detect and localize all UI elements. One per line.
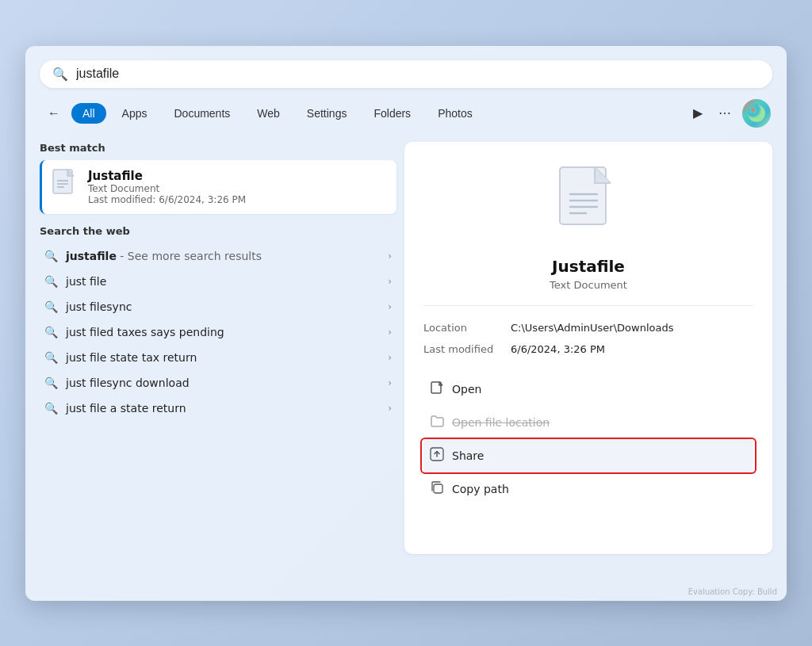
web-item-text-1: just file [66,275,388,288]
web-search-item-4[interactable]: 🔍 just file state tax return › [40,345,396,370]
filter-apps[interactable]: Apps [111,103,159,124]
web-search-item-0[interactable]: 🔍 justafile - See more search results › [40,243,396,269]
filter-settings[interactable]: Settings [296,103,358,124]
search-icon-sm-5: 🔍 [44,377,58,389]
filter-bar: ← All Apps Documents Web Settings Folder… [40,99,772,128]
more-options-button[interactable]: ⋯ [714,102,736,124]
search-icon-sm-1: 🔍 [44,275,58,288]
search-icon-sm-4: 🔍 [44,351,58,364]
web-search-item-3[interactable]: 🔍 just filed taxes says pending › [40,319,396,345]
play-button[interactable]: ▶ [688,102,707,124]
detail-filename: Justafile [552,257,625,276]
web-item-text-2: just filesync [66,300,388,313]
location-label: Location [423,322,511,334]
web-search-item-6[interactable]: 🔍 just file a state return › [40,396,396,421]
detail-location-row: Location C:\Users\AdminUser\Downloads [423,317,753,338]
search-bar: 🔍 [40,60,772,88]
web-search-item-1[interactable]: 🔍 just file › [40,269,396,294]
filter-folders[interactable]: Folders [362,103,422,124]
action-open-file-location[interactable]: Open file location [423,406,753,439]
detail-info: Location C:\Users\AdminUser\Downloads La… [423,305,753,360]
folder-icon [430,414,444,431]
action-open-label: Open [452,383,481,396]
search-icon-sm-6: 🔍 [44,402,58,415]
main-content: Best match Justafile Text Document [40,142,772,554]
chevron-icon-5: › [388,377,392,388]
svg-point-0 [748,105,765,122]
filter-web[interactable]: Web [246,103,291,124]
modified-label: Last modified [423,343,511,355]
action-share-label: Share [452,449,484,462]
chevron-icon-3: › [388,327,392,338]
detail-filetype: Text Document [550,279,627,291]
action-copy-path[interactable]: Copy path [423,472,753,506]
detail-modified-row: Last modified 6/6/2024, 3:26 PM [423,338,753,360]
search-panel: 🔍 ← All Apps Documents Web Settings Fold… [25,46,787,601]
search-icon: 🔍 [52,67,68,82]
action-share[interactable]: Share [423,439,753,472]
best-match-filename: Justafile [88,169,246,183]
filter-all[interactable]: All [71,103,106,124]
open-icon [430,380,444,398]
chevron-icon-4: › [388,352,392,363]
search-icon-sm-0: 🔍 [44,250,58,262]
chevron-icon-1: › [388,276,392,287]
left-panel: Best match Justafile Text Document [40,142,404,554]
back-button[interactable]: ← [41,103,67,124]
copilot-icon[interactable] [742,99,771,128]
search-icon-sm-3: 🔍 [44,326,58,338]
best-match-info: Justafile Text Document Last modified: 6… [88,169,246,205]
watermark-text: Evaluation Copy: Build [688,587,777,596]
web-search-item-5[interactable]: 🔍 just filesync download › [40,370,396,396]
detail-panel: Justafile Text Document Location C:\User… [404,142,772,554]
detail-file-icon [557,164,620,246]
chevron-icon-2: › [388,301,392,312]
filter-more: ▶ ⋯ [688,99,771,128]
action-copy-path-label: Copy path [452,483,509,495]
web-item-text-4: just file state tax return [66,351,388,364]
best-match-item[interactable]: Justafile Text Document Last modified: 6… [40,160,396,214]
filter-photos[interactable]: Photos [427,103,484,124]
filter-documents[interactable]: Documents [163,103,241,124]
action-open-file-location-label: Open file location [452,416,550,429]
web-item-text-5: just filesync download [66,377,388,389]
web-search-item-2[interactable]: 🔍 just filesync › [40,294,396,319]
action-list: Open Open file location [423,373,753,506]
share-icon [430,447,444,464]
best-match-filetype: Text Document [88,183,246,194]
best-match-date: Last modified: 6/6/2024, 3:26 PM [88,194,246,205]
web-item-text-6: just file a state return [66,402,388,415]
web-search-label: Search the web [40,225,396,237]
web-item-text-0: justafile - See more search results [66,250,388,262]
web-item-text-3: just filed taxes says pending [66,326,388,338]
svg-rect-12 [434,484,442,493]
file-icon [52,168,79,206]
search-icon-sm-2: 🔍 [44,300,58,313]
chevron-icon-6: › [388,403,392,414]
action-open[interactable]: Open [423,373,753,406]
chevron-icon-0: › [388,250,392,262]
search-input[interactable] [76,67,760,81]
copy-path-icon [430,480,444,498]
best-match-label: Best match [40,142,396,154]
location-value: C:\Users\AdminUser\Downloads [511,322,673,334]
modified-value: 6/6/2024, 3:26 PM [511,343,605,355]
